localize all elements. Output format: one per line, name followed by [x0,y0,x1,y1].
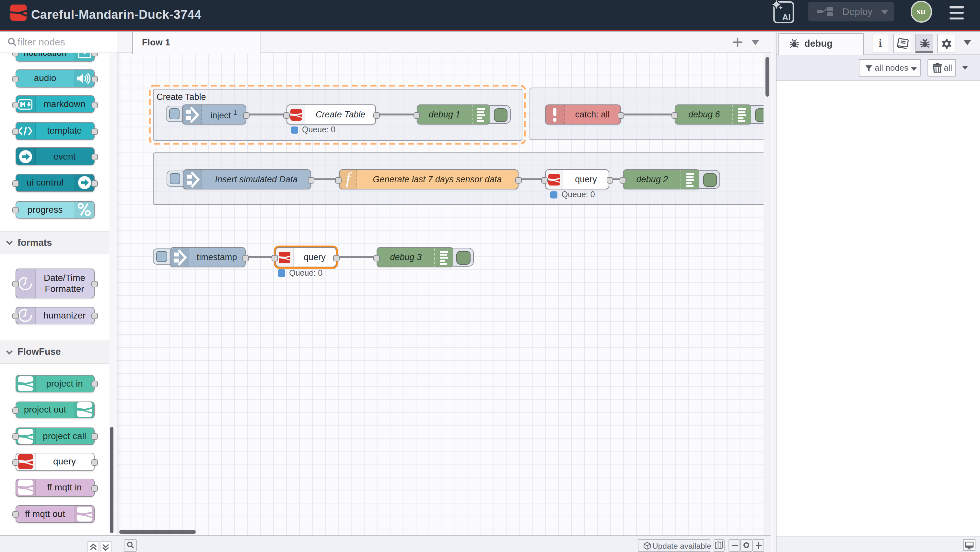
svg-text:f: f [345,172,352,187]
svg-text:AI: AI [782,12,791,22]
